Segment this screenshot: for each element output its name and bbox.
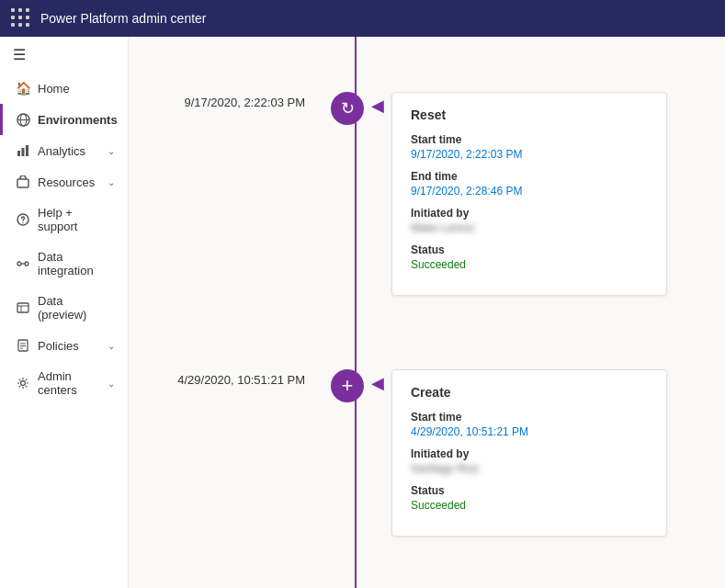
app-title: Power Platform admin center	[40, 11, 207, 26]
timeline: 9/17/2020, 2:22:03 PM ↻ ◀ Reset Start ti…	[129, 37, 725, 588]
environments-icon	[16, 112, 30, 127]
sidebar-item-data-integration[interactable]: Data integration	[0, 242, 128, 286]
card-field-status: Status Succeeded	[411, 243, 648, 271]
svg-rect-12	[17, 303, 28, 312]
sidebar-item-environments[interactable]: Environments	[0, 104, 128, 135]
field-value: 9/17/2020, 2:22:03 PM	[411, 148, 648, 161]
card-title: Create	[411, 385, 648, 400]
field-label: Status	[411, 243, 648, 256]
svg-point-8	[22, 222, 23, 223]
field-label: Status	[411, 484, 648, 497]
create-event-card: Create Start time 4/29/2020, 10:51:21 PM…	[391, 369, 667, 537]
sidebar-item-home[interactable]: 🏠 Home	[0, 73, 128, 104]
arrow-icon: ◀	[371, 369, 384, 393]
reset-event-icon[interactable]: ↻	[331, 92, 364, 125]
reset-icon: ↻	[341, 98, 355, 119]
data-preview-icon	[16, 300, 30, 315]
svg-rect-3	[17, 151, 20, 156]
sidebar-item-label: Data (preview)	[38, 294, 115, 322]
timeline-event-create: 4/29/2020, 10:51:21 PM + ◀ Create Start …	[129, 351, 725, 588]
policies-icon	[16, 338, 30, 353]
svg-point-10	[25, 262, 28, 266]
card-field-end: End time 9/17/2020, 2:28:46 PM	[411, 170, 648, 198]
plus-icon: +	[342, 374, 354, 398]
field-label: End time	[411, 170, 648, 183]
field-value: 4/29/2020, 10:51:21 PM	[411, 425, 648, 438]
svg-rect-4	[22, 148, 25, 156]
sidebar-item-label: Resources	[38, 175, 95, 189]
field-value: Santiago Ruiz	[411, 462, 648, 475]
sidebar-item-help-support[interactable]: Help + support	[0, 198, 128, 242]
svg-point-19	[21, 381, 26, 386]
sidebar-item-data-preview[interactable]: Data (preview)	[0, 286, 128, 330]
reset-event-card: Reset Start time 9/17/2020, 2:22:03 PM E…	[391, 92, 667, 296]
card-field-start: Start time 4/29/2020, 10:51:21 PM	[411, 411, 648, 438]
sidebar: ☰ 🏠 Home Environments	[0, 37, 129, 588]
help-icon	[16, 212, 30, 227]
analytics-icon	[16, 143, 30, 158]
data-integration-icon	[16, 256, 30, 271]
hamburger-button[interactable]: ☰	[0, 37, 128, 73]
timeline-event-reset: 9/17/2020, 2:22:03 PM ↻ ◀ Reset Start ti…	[129, 55, 725, 351]
event-timestamp: 9/17/2020, 2:22:03 PM	[129, 92, 331, 109]
sidebar-item-label: Help + support	[38, 206, 115, 233]
arrow-icon: ◀	[371, 92, 384, 116]
field-label: Start time	[411, 411, 648, 424]
sidebar-item-label: Home	[38, 82, 70, 96]
sidebar-item-label: Policies	[38, 339, 79, 353]
sidebar-item-policies[interactable]: Policies ⌄	[0, 330, 128, 361]
apps-icon[interactable]	[11, 8, 31, 28]
sidebar-item-label: Admin centers	[38, 369, 100, 397]
create-event-icon[interactable]: +	[331, 369, 364, 402]
field-label: Initiated by	[411, 447, 648, 460]
svg-rect-5	[26, 145, 28, 156]
field-label: Start time	[411, 133, 648, 146]
admin-centers-icon	[16, 376, 30, 390]
card-field-initiated: Initiated by Make Lorenz	[411, 207, 648, 234]
chevron-down-icon: ⌄	[108, 341, 115, 351]
card-field-start: Start time 9/17/2020, 2:22:03 PM	[411, 133, 648, 161]
svg-point-9	[17, 262, 21, 266]
sidebar-item-admin-centers[interactable]: Admin centers ⌄	[0, 361, 128, 405]
sidebar-item-resources[interactable]: Resources ⌄	[0, 166, 128, 198]
card-title: Reset	[411, 107, 648, 122]
card-field-initiated: Initiated by Santiago Ruiz	[411, 447, 648, 475]
chevron-down-icon: ⌄	[108, 379, 115, 389]
sidebar-item-label: Data integration	[38, 250, 115, 277]
field-value: 9/17/2020, 2:28:46 PM	[411, 185, 648, 198]
field-value: Succeeded	[411, 258, 648, 271]
field-value: Succeeded	[411, 499, 648, 512]
chevron-down-icon: ⌄	[108, 146, 115, 156]
svg-rect-6	[17, 179, 28, 187]
sidebar-item-analytics[interactable]: Analytics ⌄	[0, 135, 128, 166]
home-icon: 🏠	[16, 81, 30, 96]
card-field-status: Status Succeeded	[411, 484, 648, 512]
field-value: Make Lorenz	[411, 221, 648, 234]
event-timestamp: 4/29/2020, 10:51:21 PM	[129, 369, 331, 387]
sidebar-item-label: Analytics	[38, 144, 85, 158]
chevron-down-icon: ⌄	[108, 177, 115, 187]
field-label: Initiated by	[411, 207, 648, 220]
main-content: 9/17/2020, 2:22:03 PM ↻ ◀ Reset Start ti…	[129, 37, 725, 588]
topbar: Power Platform admin center	[0, 0, 725, 37]
sidebar-item-label: Environments	[38, 113, 118, 127]
resources-icon	[16, 175, 30, 189]
